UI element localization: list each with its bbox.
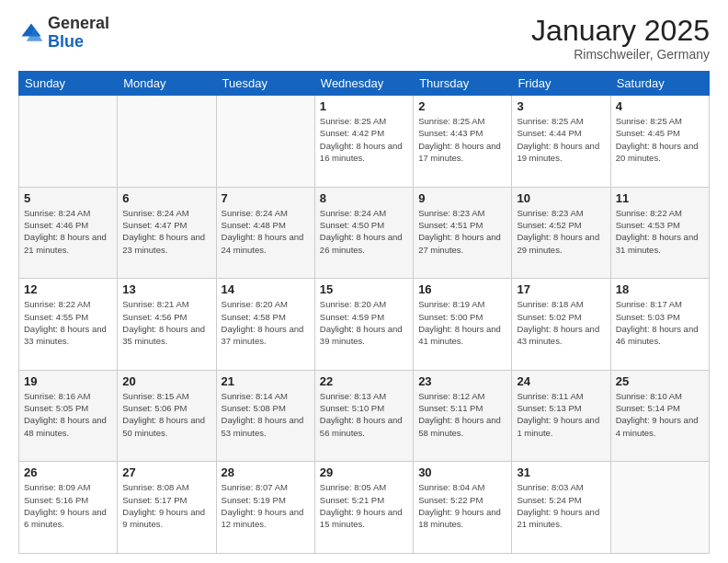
day-info: Sunrise: 8:20 AM Sunset: 4:59 PM Dayligh…: [320, 298, 408, 347]
calendar-cell: 13Sunrise: 8:21 AM Sunset: 4:56 PM Dayli…: [118, 279, 216, 371]
day-number: 31: [517, 465, 605, 479]
day-number: 8: [320, 191, 408, 205]
day-number: 9: [418, 191, 506, 205]
day-number: 5: [24, 191, 112, 205]
day-number: 3: [517, 99, 605, 113]
day-number: 23: [418, 374, 506, 388]
calendar-cell: 21Sunrise: 8:14 AM Sunset: 5:08 PM Dayli…: [216, 370, 314, 462]
calendar-cell: 5Sunrise: 8:24 AM Sunset: 4:46 PM Daylig…: [19, 187, 118, 279]
day-number: 15: [320, 282, 408, 296]
day-info: Sunrise: 8:25 AM Sunset: 4:45 PM Dayligh…: [616, 115, 704, 164]
day-number: 4: [616, 99, 704, 113]
day-info: Sunrise: 8:12 AM Sunset: 5:11 PM Dayligh…: [418, 390, 506, 439]
calendar-cell: 27Sunrise: 8:08 AM Sunset: 5:17 PM Dayli…: [118, 462, 216, 554]
calendar-cell: 31Sunrise: 8:03 AM Sunset: 5:24 PM Dayli…: [512, 462, 610, 554]
day-info: Sunrise: 8:24 AM Sunset: 4:46 PM Dayligh…: [24, 207, 112, 256]
calendar-cell: 9Sunrise: 8:23 AM Sunset: 4:51 PM Daylig…: [414, 187, 512, 279]
day-info: Sunrise: 8:24 AM Sunset: 4:47 PM Dayligh…: [122, 207, 210, 256]
day-number: 2: [418, 99, 506, 113]
title-block: January 2025 Rimschweiler, Germany: [531, 15, 710, 62]
logo-blue-text: Blue: [48, 32, 84, 51]
calendar-cell: [118, 96, 216, 188]
calendar-cell: [216, 96, 314, 188]
day-number: 26: [24, 465, 112, 479]
calendar-cell: 17Sunrise: 8:18 AM Sunset: 5:02 PM Dayli…: [512, 279, 610, 371]
calendar-cell: 25Sunrise: 8:10 AM Sunset: 5:14 PM Dayli…: [610, 370, 709, 462]
calendar-cell: 28Sunrise: 8:07 AM Sunset: 5:19 PM Dayli…: [216, 462, 314, 554]
day-number: 12: [24, 282, 112, 296]
day-info: Sunrise: 8:21 AM Sunset: 4:56 PM Dayligh…: [122, 298, 210, 347]
calendar-cell: 22Sunrise: 8:13 AM Sunset: 5:10 PM Dayli…: [314, 370, 413, 462]
day-info: Sunrise: 8:10 AM Sunset: 5:14 PM Dayligh…: [616, 390, 704, 439]
day-info: Sunrise: 8:16 AM Sunset: 5:05 PM Dayligh…: [24, 390, 112, 439]
calendar-cell: 24Sunrise: 8:11 AM Sunset: 5:13 PM Dayli…: [512, 370, 610, 462]
page: General Blue January 2025 Rimschweiler, …: [0, 0, 728, 563]
day-info: Sunrise: 8:04 AM Sunset: 5:22 PM Dayligh…: [418, 481, 506, 530]
day-info: Sunrise: 8:07 AM Sunset: 5:19 PM Dayligh…: [222, 481, 310, 530]
day-number: 14: [222, 282, 310, 296]
calendar-cell: 6Sunrise: 8:24 AM Sunset: 4:47 PM Daylig…: [118, 187, 216, 279]
day-number: 24: [517, 374, 605, 388]
day-number: 1: [320, 99, 408, 113]
day-number: 20: [122, 374, 210, 388]
day-number: 7: [222, 191, 310, 205]
calendar-cell: 12Sunrise: 8:22 AM Sunset: 4:55 PM Dayli…: [19, 279, 118, 371]
calendar-cell: 19Sunrise: 8:16 AM Sunset: 5:05 PM Dayli…: [19, 370, 118, 462]
day-info: Sunrise: 8:08 AM Sunset: 5:17 PM Dayligh…: [122, 481, 210, 530]
day-number: 13: [122, 282, 210, 296]
calendar-cell: 23Sunrise: 8:12 AM Sunset: 5:11 PM Dayli…: [414, 370, 512, 462]
week-row-1: 1Sunrise: 8:25 AM Sunset: 4:42 PM Daylig…: [19, 96, 710, 188]
week-row-3: 12Sunrise: 8:22 AM Sunset: 4:55 PM Dayli…: [19, 279, 710, 371]
weekday-header-thursday: Thursday: [414, 72, 512, 96]
calendar-cell: 18Sunrise: 8:17 AM Sunset: 5:03 PM Dayli…: [610, 279, 709, 371]
calendar-cell: 8Sunrise: 8:24 AM Sunset: 4:50 PM Daylig…: [314, 187, 413, 279]
calendar-cell: 2Sunrise: 8:25 AM Sunset: 4:43 PM Daylig…: [414, 96, 512, 188]
day-number: 6: [122, 191, 210, 205]
calendar-cell: 20Sunrise: 8:15 AM Sunset: 5:06 PM Dayli…: [118, 370, 216, 462]
calendar-cell: 14Sunrise: 8:20 AM Sunset: 4:58 PM Dayli…: [216, 279, 314, 371]
day-info: Sunrise: 8:17 AM Sunset: 5:03 PM Dayligh…: [616, 298, 704, 347]
day-info: Sunrise: 8:03 AM Sunset: 5:24 PM Dayligh…: [517, 481, 605, 530]
day-number: 30: [418, 465, 506, 479]
day-number: 17: [517, 282, 605, 296]
weekday-header-tuesday: Tuesday: [216, 72, 314, 96]
day-info: Sunrise: 8:24 AM Sunset: 4:50 PM Dayligh…: [320, 207, 408, 256]
day-info: Sunrise: 8:22 AM Sunset: 4:55 PM Dayligh…: [24, 298, 112, 347]
day-info: Sunrise: 8:25 AM Sunset: 4:44 PM Dayligh…: [517, 115, 605, 164]
day-number: 21: [222, 374, 310, 388]
calendar-cell: 11Sunrise: 8:22 AM Sunset: 4:53 PM Dayli…: [610, 187, 709, 279]
weekday-header-monday: Monday: [118, 72, 216, 96]
day-number: 27: [122, 465, 210, 479]
day-info: Sunrise: 8:19 AM Sunset: 5:00 PM Dayligh…: [418, 298, 506, 347]
weekday-header-row: SundayMondayTuesdayWednesdayThursdayFrid…: [19, 72, 710, 96]
weekday-header-wednesday: Wednesday: [314, 72, 413, 96]
week-row-2: 5Sunrise: 8:24 AM Sunset: 4:46 PM Daylig…: [19, 187, 710, 279]
day-number: 18: [616, 282, 704, 296]
calendar-cell: [19, 96, 118, 188]
calendar-cell: 4Sunrise: 8:25 AM Sunset: 4:45 PM Daylig…: [610, 96, 709, 188]
header: General Blue January 2025 Rimschweiler, …: [18, 15, 710, 62]
day-info: Sunrise: 8:23 AM Sunset: 4:52 PM Dayligh…: [517, 207, 605, 256]
day-info: Sunrise: 8:20 AM Sunset: 4:58 PM Dayligh…: [222, 298, 310, 347]
day-info: Sunrise: 8:09 AM Sunset: 5:16 PM Dayligh…: [24, 481, 112, 530]
day-info: Sunrise: 8:24 AM Sunset: 4:48 PM Dayligh…: [222, 207, 310, 256]
weekday-header-friday: Friday: [512, 72, 610, 96]
calendar-cell: 29Sunrise: 8:05 AM Sunset: 5:21 PM Dayli…: [314, 462, 413, 554]
day-number: 19: [24, 374, 112, 388]
logo-icon: [18, 20, 44, 46]
day-number: 16: [418, 282, 506, 296]
day-number: 10: [517, 191, 605, 205]
day-info: Sunrise: 8:25 AM Sunset: 4:42 PM Dayligh…: [320, 115, 408, 164]
calendar-cell: [610, 462, 709, 554]
calendar-cell: 15Sunrise: 8:20 AM Sunset: 4:59 PM Dayli…: [314, 279, 413, 371]
day-info: Sunrise: 8:15 AM Sunset: 5:06 PM Dayligh…: [122, 390, 210, 439]
logo: General Blue: [18, 15, 109, 52]
day-number: 28: [222, 465, 310, 479]
day-info: Sunrise: 8:18 AM Sunset: 5:02 PM Dayligh…: [517, 298, 605, 347]
location: Rimschweiler, Germany: [531, 47, 710, 62]
calendar-table: SundayMondayTuesdayWednesdayThursdayFrid…: [18, 71, 710, 554]
day-info: Sunrise: 8:13 AM Sunset: 5:10 PM Dayligh…: [320, 390, 408, 439]
day-number: 29: [320, 465, 408, 479]
calendar-cell: 1Sunrise: 8:25 AM Sunset: 4:42 PM Daylig…: [314, 96, 413, 188]
month-title: January 2025: [531, 15, 710, 47]
